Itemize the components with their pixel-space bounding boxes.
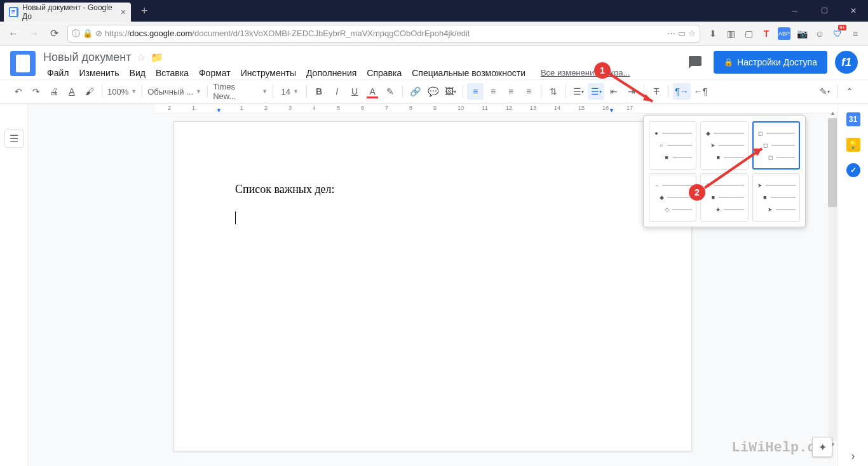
menu-format[interactable]: Формат [195, 67, 234, 79]
new-tab-button[interactable]: + [137, 3, 152, 19]
star-icon[interactable]: ☆ [137, 51, 146, 63]
url-text: https://docs.google.com/document/d/13kVo… [105, 29, 665, 38]
collapse-toolbar-button[interactable]: ⌃ [841, 83, 858, 100]
text-color-button[interactable]: A [364, 83, 381, 100]
more-icon[interactable]: ⋯ [667, 29, 675, 38]
close-window-button[interactable]: ✕ [839, 0, 868, 22]
annotation-arrow-2 [702, 143, 771, 192]
ext-screenshot-icon[interactable]: 📷 [796, 27, 808, 40]
menu-addons[interactable]: Дополнения [302, 67, 360, 79]
ext-notif-icon[interactable]: 🛡9+ [831, 27, 844, 40]
ext-adblock-icon[interactable]: ABP [778, 27, 790, 40]
back-button[interactable]: ← [4, 24, 23, 43]
svg-line-6 [705, 149, 762, 188]
reader-icon[interactable]: ▭ [678, 29, 686, 38]
rtl-button[interactable]: ←¶ [692, 83, 710, 100]
style-select[interactable]: Обычный ...▼ [146, 83, 203, 100]
sidebar-collapse-icon[interactable]: › [851, 449, 855, 463]
align-center-button[interactable]: ≡ [485, 83, 501, 100]
undo-button[interactable]: ↶ [10, 83, 27, 100]
folder-icon[interactable]: 📁 [151, 51, 163, 63]
info-icon[interactable]: ⓘ [72, 28, 80, 39]
calendar-sidebar-icon[interactable]: 31 [846, 112, 860, 126]
italic-button[interactable]: I [329, 83, 345, 100]
annotation-badge-1: 1 [594, 62, 611, 79]
docs-logo-icon[interactable] [10, 51, 36, 76]
maximize-button[interactable]: ☐ [810, 0, 839, 22]
zoom-select[interactable]: 100%▼ [106, 83, 138, 100]
docs-favicon [9, 7, 18, 17]
redo-button[interactable]: ↷ [28, 83, 44, 100]
menu-insert[interactable]: Вставка [152, 67, 193, 79]
lock-icon: 🔒 [83, 29, 93, 38]
spellcheck-button[interactable]: A [64, 83, 80, 100]
svg-rect-2 [11, 11, 15, 12]
align-right-button[interactable]: ≡ [503, 83, 519, 100]
menu-view[interactable]: Вид [126, 67, 149, 79]
forward-button[interactable]: → [24, 24, 43, 43]
docs-toolbar: ↶ ↷ 🖨 A 🖌 100%▼ Обычный ...▼ Times New..… [0, 79, 868, 103]
image-button[interactable]: 🖼▾ [442, 83, 459, 100]
share-button[interactable]: Настройки Доступа [714, 51, 827, 74]
font-select[interactable]: Times New...▼ [212, 83, 269, 100]
numbered-list-button[interactable]: ☰▾ [570, 83, 587, 100]
line-spacing-button[interactable]: ⇅ [545, 83, 562, 100]
comments-button[interactable] [684, 51, 706, 73]
url-bar[interactable]: ⓘ 🔒 ⊘ https://docs.google.com/document/d… [67, 25, 700, 43]
align-justify-button[interactable]: ≡ [520, 83, 537, 100]
horizontal-ruler[interactable]: 21 12 34 56 78 910 1112 1314 1516 17 ▼ ▼ [155, 103, 837, 114]
comment-button[interactable]: 💬 [424, 83, 441, 100]
menu-edit[interactable]: Изменить [75, 67, 123, 79]
editing-mode-button[interactable]: ✎▾ [817, 83, 833, 100]
document-text[interactable]: Список важных дел: [235, 183, 630, 196]
keep-sidebar-icon[interactable]: 💡 [846, 138, 860, 152]
document-page[interactable]: Список важных дел: [173, 121, 692, 451]
menu-tools[interactable]: Инструменты [237, 67, 300, 79]
menu-file[interactable]: Файл [43, 67, 72, 79]
svg-rect-3 [11, 13, 14, 13]
tasks-sidebar-icon[interactable]: ✓ [846, 163, 860, 177]
library-icon[interactable]: ⬇ [707, 27, 719, 40]
print-button[interactable]: 🖨 [46, 83, 62, 100]
bullet-option-4[interactable]: → ◆ ◇ [649, 173, 696, 222]
outline-button[interactable]: ☰ [4, 129, 24, 148]
browser-tab[interactable]: Новый документ - Google До × [4, 3, 131, 22]
right-sidebar: 31 💡 ✓ › [837, 103, 868, 466]
profile-icon[interactable]: ☺ [813, 27, 826, 40]
pocket-icon[interactable]: ▢ [742, 27, 755, 40]
bookmark-star-icon[interactable]: ☆ [688, 29, 696, 38]
browser-nav-bar: ← → ⟳ ⓘ 🔒 ⊘ https://docs.google.com/docu… [0, 22, 868, 46]
explore-button[interactable]: ✦ [812, 437, 832, 457]
bold-button[interactable]: B [311, 83, 327, 100]
tab-close-icon[interactable]: × [121, 7, 126, 17]
left-gutter: ☰ [0, 103, 28, 466]
window-controls: ─ ☐ ✕ [780, 0, 868, 22]
paint-format-button[interactable]: 🖌 [81, 83, 98, 100]
books-icon[interactable]: ▥ [724, 27, 737, 40]
ltr-button[interactable]: ¶→ [673, 83, 691, 100]
bulleted-list-button[interactable]: ☰▾ [588, 83, 604, 100]
link-button[interactable]: 🔗 [407, 83, 423, 100]
svg-rect-1 [11, 10, 15, 11]
bullet-option-1[interactable]: ● ○ ■ [649, 121, 696, 170]
document-title[interactable]: Новый документ [43, 51, 132, 64]
vertical-scrollbar[interactable]: ▴ ▾ [828, 118, 837, 441]
annotation-badge-2: 2 [689, 184, 705, 201]
text-cursor [235, 211, 236, 224]
align-left-button[interactable]: ≡ [467, 83, 484, 100]
menu-accessibility[interactable]: Специальные возможности [408, 67, 529, 79]
menu-icon[interactable]: ≡ [849, 27, 862, 40]
menu-help[interactable]: Справка [363, 67, 405, 79]
scroll-thumb[interactable] [828, 118, 837, 207]
reload-button[interactable]: ⟳ [44, 24, 64, 43]
user-avatar[interactable]: f1 [835, 51, 858, 74]
docs-menu-bar: Файл Изменить Вид Вставка Формат Инструм… [43, 67, 684, 79]
ext-t-icon[interactable]: T [760, 27, 773, 40]
docs-header: Новый документ ☆ 📁 Файл Изменить Вид Вст… [0, 46, 868, 79]
shield-icon: ⊘ [95, 29, 102, 38]
extension-icons: ⬇ ▥ ▢ T ABP 📷 ☺ 🛡9+ ≡ [704, 27, 864, 40]
underline-button[interactable]: U [346, 83, 363, 100]
minimize-button[interactable]: ─ [780, 0, 810, 22]
highlight-button[interactable]: ✎ [382, 83, 398, 100]
font-size-select[interactable]: 14▼ [277, 83, 302, 100]
